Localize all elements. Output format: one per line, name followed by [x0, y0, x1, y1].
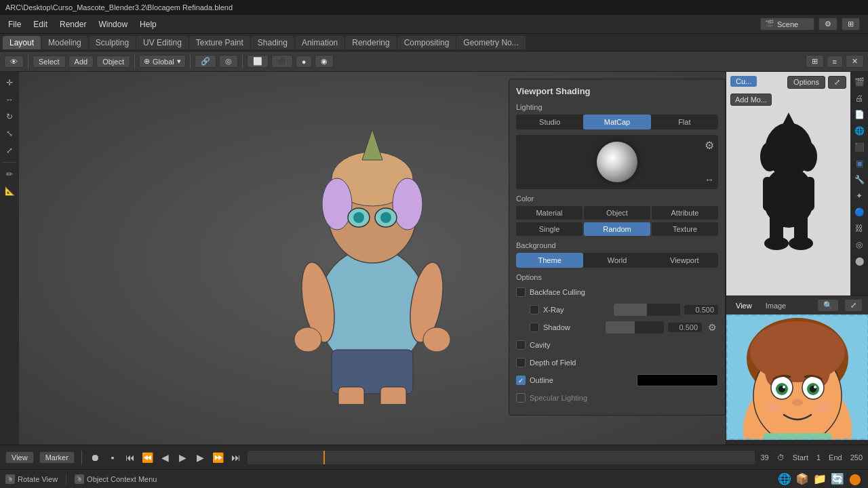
jump-end-btn[interactable]: ⏭	[230, 451, 242, 464]
tab-animation[interactable]: Animation	[295, 36, 344, 49]
annotate-tool-btn[interactable]: ✏	[2, 167, 17, 182]
world-props-icon[interactable]: ⬛	[852, 140, 867, 155]
tab-compositing[interactable]: Compositing	[397, 36, 456, 49]
chrome-icon[interactable]: 🌐	[777, 472, 792, 487]
random-btn-color[interactable]: Random	[584, 222, 650, 236]
single-btn-color[interactable]: Single	[516, 222, 583, 236]
outline-color-picker[interactable]	[637, 374, 718, 386]
matcap-preview[interactable]: ⚙ ↔	[516, 135, 718, 189]
modifier-props-icon[interactable]: 🔧	[852, 172, 867, 187]
menu-render[interactable]: Render	[54, 18, 92, 31]
modifier-label[interactable]: Cu...	[730, 76, 757, 87]
menu-edit[interactable]: Edit	[28, 18, 53, 31]
tab-geometry-nodes[interactable]: Geometry No...	[456, 36, 525, 49]
timeline-scrubber[interactable]	[248, 451, 755, 464]
object-btn-color[interactable]: Object	[584, 206, 650, 220]
cavity-checkbox[interactable]	[516, 340, 526, 350]
menu-file[interactable]: File	[3, 18, 26, 31]
play-btn[interactable]: ▶	[177, 451, 189, 464]
xray-btn[interactable]: ✕	[846, 55, 864, 68]
next-keyframe-btn[interactable]: ⏩	[212, 451, 224, 464]
scale-tool-btn[interactable]: ⤡	[2, 126, 17, 141]
fullscreen-btn[interactable]: ⊞	[842, 18, 860, 30]
transform-tool-btn[interactable]: ⤢	[2, 143, 17, 158]
matcap-btn[interactable]: MatCap	[583, 115, 650, 129]
view-timeline-btn[interactable]: View	[5, 451, 34, 464]
specular-checkbox[interactable]	[516, 393, 526, 403]
studio-btn[interactable]: Studio	[516, 115, 583, 129]
tab-texture-paint[interactable]: Texture Paint	[189, 36, 250, 49]
options-button[interactable]: Options	[787, 76, 825, 89]
record-btn[interactable]: ⏺	[89, 451, 101, 464]
tab-layout[interactable]: Layout	[3, 36, 41, 49]
render-props-icon[interactable]: 🎬	[852, 75, 867, 89]
data-props-icon[interactable]: ◎	[852, 237, 867, 252]
depth-checkbox[interactable]	[516, 358, 526, 367]
particle-props-icon[interactable]: ✦	[852, 188, 867, 203]
prev-frame-btn[interactable]: ◀	[159, 451, 172, 464]
viewport-btn-bg[interactable]: Viewport	[651, 253, 718, 268]
snap-btn[interactable]: 🔗	[195, 55, 216, 68]
tab-rendering[interactable]: Rendering	[345, 36, 396, 49]
physics-props-icon[interactable]: 🔵	[852, 205, 867, 220]
object-props-icon[interactable]: ▣	[852, 156, 867, 171]
proportional-btn[interactable]: ◎	[219, 55, 238, 68]
attribute-btn-color[interactable]: Attribute	[652, 206, 718, 220]
material-btn[interactable]: ●	[296, 56, 313, 68]
app3-icon[interactable]: 📁	[812, 472, 827, 487]
material-btn-color[interactable]: Material	[516, 206, 583, 220]
theme-btn-bg[interactable]: Theme	[516, 253, 583, 268]
rendered-btn[interactable]: ◉	[315, 55, 334, 68]
add-btn[interactable]: Add	[68, 56, 94, 68]
prev-keyframe-btn[interactable]: ⏪	[142, 451, 154, 464]
xray-checkbox[interactable]	[530, 305, 539, 314]
xray-slider[interactable]	[614, 304, 680, 316]
gizmo-btn[interactable]: ⊞	[806, 55, 824, 68]
shadow-slider[interactable]	[606, 321, 664, 333]
app4-icon[interactable]: 🔄	[830, 472, 845, 487]
tab-sculpting[interactable]: Sculpting	[89, 36, 136, 49]
image-tab[interactable]: Image	[762, 300, 791, 311]
measure-tool-btn[interactable]: 📐	[2, 184, 17, 199]
tab-shading[interactable]: Shading	[251, 36, 294, 49]
matcap-settings-icon[interactable]: ⚙	[705, 139, 714, 152]
scene-selector[interactable]: 🎬 Scene	[760, 18, 814, 30]
add-modifier-btn[interactable]: Add Mo...	[730, 94, 772, 106]
cursor-tool-btn[interactable]: ✛	[2, 75, 17, 90]
play-mode-btn[interactable]: ▪	[106, 451, 119, 464]
tab-modeling[interactable]: Modeling	[41, 36, 88, 49]
blender-icon[interactable]: ⬤	[848, 472, 863, 487]
view-btn[interactable]: 👁	[4, 56, 24, 68]
tab-uv-editing[interactable]: UV Editing	[136, 36, 189, 49]
output-props-icon[interactable]: 🖨	[852, 91, 867, 106]
object-btn[interactable]: Object	[96, 56, 130, 68]
material-props-icon[interactable]: ⬤	[852, 253, 867, 268]
select-btn[interactable]: Select	[33, 56, 66, 68]
backface-checkbox[interactable]	[516, 287, 526, 297]
world-btn-bg[interactable]: World	[583, 253, 650, 268]
outline-checkbox[interactable]	[516, 375, 526, 385]
viewport[interactable]: Viewport Shading Lighting Studio MatCap …	[19, 72, 726, 445]
move-tool-btn[interactable]: ↔	[2, 92, 17, 107]
render-settings-btn[interactable]: ⚙	[818, 18, 837, 30]
scene-props-icon[interactable]: 🌐	[852, 123, 867, 138]
menu-window[interactable]: Window	[93, 18, 133, 31]
texture-btn-color[interactable]: Texture	[652, 222, 718, 236]
zoom-btn[interactable]: 🔍	[817, 299, 839, 312]
overlay-btn[interactable]: ≡	[827, 56, 843, 68]
view-layer-icon[interactable]: 📄	[852, 107, 867, 122]
view-tab[interactable]: View	[732, 300, 756, 311]
jump-start-btn[interactable]: ⏮	[124, 451, 136, 464]
wireframe-btn[interactable]: ⬜	[247, 55, 269, 68]
expand-properties-btn[interactable]: ⤢	[828, 76, 846, 89]
transform-dropdown[interactable]: ⊕ Global ▾	[139, 55, 186, 68]
constraints-icon[interactable]: ⛓	[852, 221, 867, 236]
image-expand-btn[interactable]: ⤢	[844, 299, 863, 312]
solid-btn[interactable]: ⬛	[271, 55, 293, 68]
shadow-checkbox[interactable]	[530, 323, 539, 332]
marker-btn[interactable]: Marker	[39, 451, 75, 464]
rotate-tool-btn[interactable]: ↻	[2, 109, 17, 124]
app2-icon[interactable]: 📦	[795, 472, 810, 487]
next-frame-btn[interactable]: ▶	[195, 451, 207, 464]
menu-help[interactable]: Help	[134, 18, 162, 31]
